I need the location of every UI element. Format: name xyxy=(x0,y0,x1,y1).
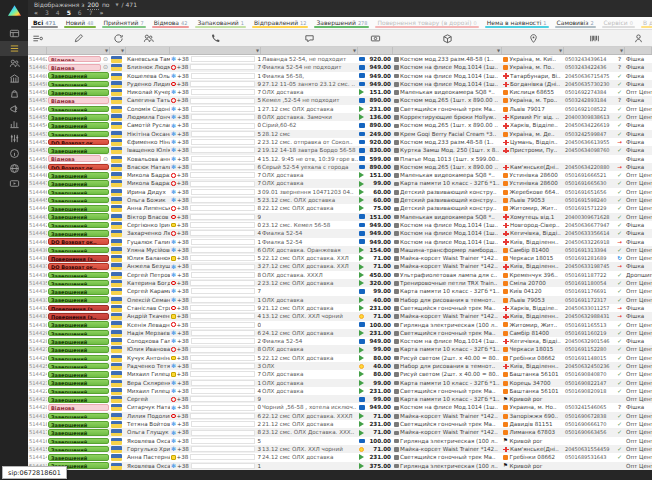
status-badge[interactable]: Завершений xyxy=(48,106,109,113)
order-row[interactable]: 514434ЗавершенийСергей Карамышев✻+38799.… xyxy=(28,287,652,295)
status-badge[interactable]: Завершений xyxy=(48,379,109,386)
column-header-phone-icon[interactable] xyxy=(170,30,261,46)
order-row[interactable]: 514424ЗавершенийМихаил Гилецький+387ОЛХ … xyxy=(28,370,652,378)
order-row[interactable]: 514444ЗавершенийАнна Липенська+38822.12 … xyxy=(28,204,652,212)
order-row[interactable]: 514450Відмова⊙Ковальова анна✻+38415.12. … xyxy=(28,155,652,163)
order-row[interactable]: 514419ЗавершенийЛилия Подолинская+38622.… xyxy=(28,412,652,420)
page-number-5[interactable]: 5 xyxy=(67,9,71,17)
order-row[interactable]: 514448ЗавершенийМикола Бадражан+387ОЛХ д… xyxy=(28,171,652,179)
status-badge[interactable]: Завершений xyxy=(48,213,109,220)
order-row[interactable]: 514435ЗавершенийКатерина Богданова+38223… xyxy=(28,279,652,287)
status-badge[interactable]: Завершений xyxy=(48,421,109,428)
page-number-3[interactable]: 3 xyxy=(45,9,49,17)
status-badge[interactable]: Завершений xyxy=(48,197,109,204)
status-badge[interactable]: Відмова xyxy=(48,155,101,162)
order-row[interactable]: 514447ЗавершенийМикола Бадражан+387ОЛХ д… xyxy=(28,179,652,187)
status-badge[interactable]: DO Возврат ок.. xyxy=(48,263,109,270)
tab-сервіси[interactable]: Сервіси0 xyxy=(599,17,638,29)
status-badge[interactable]: Повернення (з.. xyxy=(48,255,109,262)
app-logo-icon[interactable] xyxy=(0,0,28,18)
order-row[interactable]: 514455ЗавершенийЛюдмила Гончарова✻+388ОЛ… xyxy=(28,113,652,121)
page-size-caret-icon[interactable]: ▼ xyxy=(115,0,118,9)
status-badge[interactable]: Завершений xyxy=(48,296,109,303)
status-badge[interactable]: Завершений xyxy=(48,72,109,79)
status-badge[interactable]: Завершений xyxy=(48,330,109,337)
status-badge[interactable]: Завершений xyxy=(48,355,109,362)
status-badge[interactable]: Завершений xyxy=(48,247,109,254)
order-row[interactable]: 514458ЗавершенийНиколай Кучеренко✻+387ОЛ… xyxy=(28,88,652,96)
status-badge[interactable]: Завершений xyxy=(48,429,109,436)
status-badge[interactable]: Повернення (з.. xyxy=(48,305,109,312)
order-row[interactable]: 514461Відмова⊙Близнюк Людмила ..+387Фиал… xyxy=(28,63,652,71)
order-row[interactable]: 514438Повернення (з..Юлия Баланюк+38522.… xyxy=(28,254,652,262)
order-row[interactable]: 514421ЗавершенийСергей+38999.00Карта пам… xyxy=(28,395,652,403)
status-badge[interactable]: Завершений xyxy=(48,222,109,229)
status-badge[interactable]: Завершений xyxy=(48,438,109,445)
status-badge[interactable]: Завершений xyxy=(48,81,109,88)
order-row[interactable]: 514445ЗавершенийОльга Божик✻+38523.12 см… xyxy=(28,196,652,204)
status-badge[interactable]: Завершений xyxy=(48,321,109,328)
column-header-sync-icon[interactable] xyxy=(110,30,126,46)
order-row[interactable]: 514442ЗавершенийСергіюнко Ірина Ми..+380… xyxy=(28,221,652,229)
status-badge[interactable]: Завершений xyxy=(48,89,109,96)
filter-caret-icon[interactable]: ▼ xyxy=(620,48,623,53)
order-row[interactable]: 514433ЗавершенийОлексій Семанін✻+381ОЛХ … xyxy=(28,296,652,304)
status-badge[interactable]: Відмова xyxy=(48,97,109,104)
order-row[interactable]: 514436ЗавершенийСергей Петров✻+388ОЛХ до… xyxy=(28,271,652,279)
order-row[interactable]: 514453ЗавершенийНікітіна Оксана Дми..✻+3… xyxy=(28,130,652,138)
last-page-button[interactable]: » xyxy=(99,9,103,17)
status-badge[interactable]: Завершений xyxy=(48,205,109,212)
status-badge[interactable]: Завершений xyxy=(48,413,109,420)
order-row[interactable]: 514432Повернення (з..Станіслав Стрижак+3… xyxy=(28,304,652,312)
order-row[interactable]: 514428ЗавершенийСолодкова Галина В..✻+38… xyxy=(28,337,652,345)
order-row[interactable]: 514462Відмова⊙Каневська Тамара ..✻+381Ла… xyxy=(28,55,652,63)
order-row[interactable]: 514431Повернення (з..Андрій Ткаченко+384… xyxy=(28,312,652,320)
tab-відправлений[interactable]: Відправлений12 xyxy=(249,17,312,29)
order-row[interactable]: 514452DO Возврат ок..Єфименко Ніна✻+3822… xyxy=(28,138,652,146)
order-row[interactable]: 514459ЗавершенийРуденко Лидия Пав..+3892… xyxy=(28,80,652,88)
status-badge[interactable]: DO Возврат ок.. xyxy=(48,139,109,146)
status-badge[interactable]: Завершений xyxy=(48,189,109,196)
status-badge[interactable]: Завершений xyxy=(48,280,109,287)
filter-caret-icon[interactable]: ▼ xyxy=(256,48,259,53)
tab-прийнятий[interactable]: Прийнятий7 xyxy=(99,17,149,29)
column-header-money-icon[interactable] xyxy=(358,30,393,46)
filter-caret-icon[interactable]: ▼ xyxy=(353,48,356,53)
status-badge[interactable]: Завершений xyxy=(48,180,109,187)
status-badge[interactable]: Завершений xyxy=(48,388,109,395)
order-row[interactable]: 514451ЗавершенийІващенко Юлія✻+38219.12 … xyxy=(28,146,652,154)
column-header-location-icon[interactable] xyxy=(502,30,564,46)
status-badge[interactable]: Відмова xyxy=(48,64,101,71)
status-badge[interactable]: Завершений xyxy=(48,446,109,453)
tab-повернення-товару-в-дорозі-[interactable]: Повернення товару (в дорозі)0 xyxy=(372,17,481,29)
order-row[interactable]: 514454ЗавершенийСамотій Руслана Во..✻+38… xyxy=(28,121,652,129)
order-row[interactable]: 514449DO Возврат ок..Власюк Наталья✻+386… xyxy=(28,163,652,171)
status-badge[interactable]: Завершений xyxy=(48,122,109,129)
column-header-clients-icon[interactable] xyxy=(126,30,170,46)
filter-caret-icon[interactable]: ▼ xyxy=(121,48,124,53)
column-header-barcode-icon[interactable] xyxy=(564,30,625,46)
tab-відмова[interactable]: Відмова42 xyxy=(149,17,193,29)
first-page-button[interactable]: « xyxy=(34,9,38,17)
status-badge[interactable]: Завершений xyxy=(48,272,109,279)
status-badge[interactable]: Завершений xyxy=(48,371,109,378)
status-badge[interactable]: Відмова xyxy=(48,404,109,411)
order-row[interactable]: 514426ЗавершенийКучук Антоніна+38522.12 … xyxy=(28,354,652,362)
order-row[interactable]: 514441ЗавершенийЗахарченко Люба+384Фиалк… xyxy=(28,229,652,237)
column-header-manager-icon[interactable] xyxy=(625,30,652,46)
order-row[interactable]: 514414ЗавершенийАнна Пастернак+38724.12 … xyxy=(28,453,652,461)
tab-всі[interactable]: Всі471 xyxy=(28,17,61,29)
page-number-7[interactable]: 7 xyxy=(89,9,93,17)
order-row[interactable]: 514413ЗавершенийЯковлева Оксана✻+381375.… xyxy=(28,462,652,470)
status-badge[interactable]: Завершений xyxy=(48,131,109,138)
status-badge[interactable]: Завершений xyxy=(48,396,109,403)
column-header-package-icon[interactable] xyxy=(393,30,502,46)
order-row[interactable]: 514423ЗавершенийВера Скляренко✻+381ОЛХ д… xyxy=(28,379,652,387)
filter-caret-icon[interactable]: ▼ xyxy=(105,48,108,53)
order-row[interactable]: 514446ЗавершенийИрина Дидух✻+38309.01 зв… xyxy=(28,188,652,196)
status-badge[interactable]: Завершений xyxy=(48,338,109,345)
order-row[interactable]: 514415ЗавершенийГоргулько Христина..✻+38… xyxy=(28,445,652,453)
status-badge[interactable]: Завершений xyxy=(48,363,109,370)
tab-нема-в-наявності[interactable]: Нема в наявності1 xyxy=(482,17,552,29)
order-row[interactable]: 514416ЗавершенийЯковлева Оксана✻+385100.… xyxy=(28,437,652,445)
